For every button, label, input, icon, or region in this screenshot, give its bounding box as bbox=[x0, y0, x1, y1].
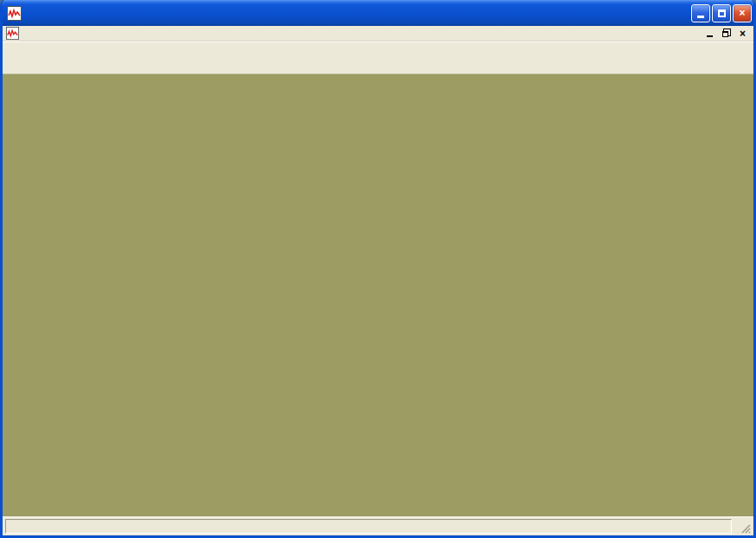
maximize-icon bbox=[718, 9, 726, 17]
mdi-minimize-button[interactable] bbox=[702, 28, 717, 40]
mdi-close-button[interactable]: × bbox=[735, 28, 750, 40]
close-button[interactable]: × bbox=[733, 4, 752, 22]
maximize-button[interactable] bbox=[712, 4, 731, 22]
document-icon bbox=[6, 27, 19, 40]
close-icon: × bbox=[739, 7, 745, 19]
minimize-button[interactable] bbox=[691, 4, 710, 22]
mdi-minimize-icon bbox=[707, 35, 713, 37]
resize-grip[interactable] bbox=[740, 522, 751, 534]
menu-bar: × bbox=[3, 26, 753, 41]
toolbar bbox=[3, 41, 753, 74]
chart-client-area bbox=[3, 74, 753, 516]
status-bar bbox=[3, 516, 753, 535]
app-window: × × bbox=[0, 0, 756, 538]
frequency-response-chart bbox=[3, 74, 753, 516]
mdi-close-icon: × bbox=[740, 28, 746, 40]
app-icon bbox=[7, 6, 22, 21]
mdi-restore-icon bbox=[722, 31, 728, 37]
minimize-icon bbox=[697, 16, 704, 18]
status-message bbox=[5, 519, 732, 534]
mdi-restore-button[interactable] bbox=[719, 28, 734, 40]
title-bar: × bbox=[0, 0, 756, 26]
